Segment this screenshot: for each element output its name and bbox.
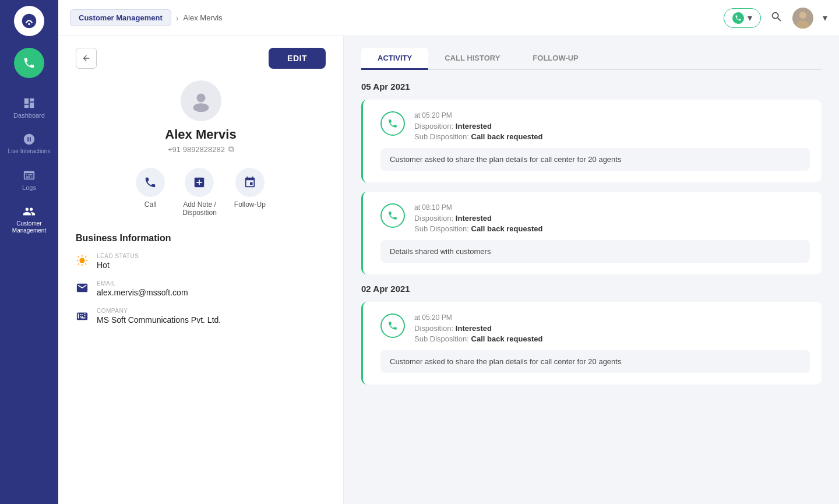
app-logo	[14, 6, 44, 36]
business-info-section: Business Information	[76, 233, 326, 325]
activity-sub-disposition-1-0: Sub Disposition: Call back requested	[414, 334, 810, 343]
profile-name: Alex Mervis	[165, 127, 236, 142]
active-call-button[interactable]	[14, 48, 44, 78]
activity-time-1-0: at 05:20 PM	[414, 313, 810, 322]
svg-point-5	[196, 94, 205, 103]
activity-disposition-1-0: Disposition: Interested	[414, 324, 810, 333]
right-panel: ACTIVITY CALL HISTORY FOLLOW-UP 05 Apr 2…	[344, 36, 839, 504]
follow-up-action-button[interactable]: Follow-Up	[234, 168, 266, 217]
sidebar-item-logs[interactable]: Logs	[0, 162, 58, 198]
tab-activity[interactable]: ACTIVITY	[361, 48, 428, 70]
tabs-bar: ACTIVITY CALL HISTORY FOLLOW-UP	[361, 48, 822, 70]
activity-item-0-0: at 05:20 PM Disposition: Interested Sub …	[361, 100, 822, 182]
tab-call-history[interactable]: CALL HISTORY	[428, 48, 516, 70]
activity-time-0-1: at 08:10 PM	[414, 203, 810, 212]
lead-status-label: LEAD STATUS	[97, 253, 139, 259]
follow-up-action-label: Follow-Up	[234, 200, 266, 209]
activity-call-icon-1-0	[380, 313, 405, 338]
user-chevron-icon[interactable]: ▾	[823, 12, 827, 23]
breadcrumb: Customer Management › Alex Mervis	[70, 9, 223, 26]
email-item: EMAIL alex.mervis@mssoft.com	[76, 280, 326, 297]
activity-disposition-0-0: Disposition: Interested	[414, 122, 810, 131]
lead-status-value: Hot	[97, 260, 139, 270]
email-label: EMAIL	[97, 280, 188, 287]
svg-point-1	[28, 23, 30, 26]
activity-date-1: 02 Apr 2021	[361, 284, 822, 294]
call-action-button[interactable]: Call	[136, 168, 165, 217]
sidebar-item-dashboard[interactable]: Dashboard	[0, 90, 58, 126]
business-info-title: Business Information	[76, 233, 326, 244]
svg-line-13	[85, 263, 86, 265]
activity-note-1-0: Customer asked to share the plan details…	[380, 350, 810, 373]
action-buttons: Call Add Note /Disposition	[76, 168, 326, 217]
add-note-action-label: Add Note /Disposition	[182, 200, 217, 217]
email-icon	[76, 281, 90, 295]
avatar[interactable]	[792, 8, 813, 29]
content-area: EDIT Alex Mervis +91 9892828282 ⧉	[58, 36, 839, 504]
breadcrumb-customer-management[interactable]: Customer Management	[70, 9, 171, 26]
activity-sub-disposition-0-0: Sub Disposition: Call back requested	[414, 132, 810, 141]
tab-follow-up[interactable]: FOLLOW-UP	[516, 48, 594, 70]
call-circle	[136, 168, 165, 197]
activity-disposition-0-1: Disposition: Interested	[414, 214, 810, 223]
main-area: Customer Management › Alex Mervis ▾	[58, 0, 839, 504]
activity-call-icon-0-0	[380, 111, 405, 136]
call-active-indicator	[732, 12, 744, 24]
activity-item-1-0: at 05:20 PM Disposition: Interested Sub …	[361, 302, 822, 385]
search-icon[interactable]	[770, 10, 783, 26]
profile-avatar	[181, 80, 221, 121]
activity-note-0-1: Details shared with customers	[380, 240, 810, 263]
activity-note-0-0: Customer asked to share the plan details…	[380, 148, 810, 171]
company-label: COMPANY	[97, 308, 221, 314]
lead-status-item: LEAD STATUS Hot	[76, 253, 326, 270]
breadcrumb-separator: ›	[176, 13, 179, 23]
call-action-label: Call	[144, 200, 157, 209]
add-note-action-button[interactable]: Add Note /Disposition	[182, 168, 217, 217]
back-button[interactable]	[76, 48, 97, 69]
email-value: alex.mervis@mssoft.com	[97, 288, 188, 297]
header: Customer Management › Alex Mervis ▾	[58, 0, 839, 36]
company-value: MS Soft Communications Pvt. Ltd.	[97, 315, 221, 325]
company-icon	[76, 309, 90, 323]
activity-call-icon-0-1	[380, 203, 405, 228]
header-right: ▾ ▾	[724, 8, 827, 29]
lead-status-icon	[76, 254, 90, 268]
svg-point-3	[799, 12, 806, 19]
copy-icon[interactable]: ⧉	[228, 144, 234, 154]
profile-phone: +91 9892828282 ⧉	[168, 144, 234, 154]
follow-up-circle	[235, 168, 265, 197]
add-note-circle	[185, 168, 214, 197]
svg-line-14	[85, 256, 86, 258]
svg-point-7	[79, 258, 84, 263]
activity-section-0: 05 Apr 2021 at 05:20 PM Disposition:	[361, 82, 822, 274]
svg-line-12	[78, 256, 79, 258]
activity-section-1: 02 Apr 2021 at 05:20 PM Disposition:	[361, 284, 822, 385]
sidebar-item-live-interactions[interactable]: Live Interactions	[0, 126, 58, 162]
sidebar-item-customer-management[interactable]: Customer Management	[0, 198, 58, 241]
top-actions: EDIT	[76, 48, 326, 69]
call-status-pill[interactable]: ▾	[724, 8, 761, 28]
activity-date-0: 05 Apr 2021	[361, 82, 822, 91]
activity-time-0-0: at 05:20 PM	[414, 111, 810, 119]
breadcrumb-current-page: Alex Mervis	[183, 13, 222, 22]
svg-line-15	[78, 263, 79, 265]
sidebar: Dashboard Live Interactions Logs Custome…	[0, 0, 58, 504]
activity-item-0-1: at 08:10 PM Disposition: Interested Sub …	[361, 192, 822, 274]
left-panel: EDIT Alex Mervis +91 9892828282 ⧉	[58, 36, 344, 504]
activity-sub-disposition-0-1: Sub Disposition: Call back requested	[414, 224, 810, 233]
edit-button[interactable]: EDIT	[269, 48, 326, 69]
company-item: COMPANY MS Soft Communications Pvt. Ltd.	[76, 308, 326, 325]
call-chevron-icon: ▾	[748, 12, 752, 23]
profile-section: Alex Mervis +91 9892828282 ⧉	[76, 80, 326, 154]
svg-point-6	[193, 103, 209, 112]
